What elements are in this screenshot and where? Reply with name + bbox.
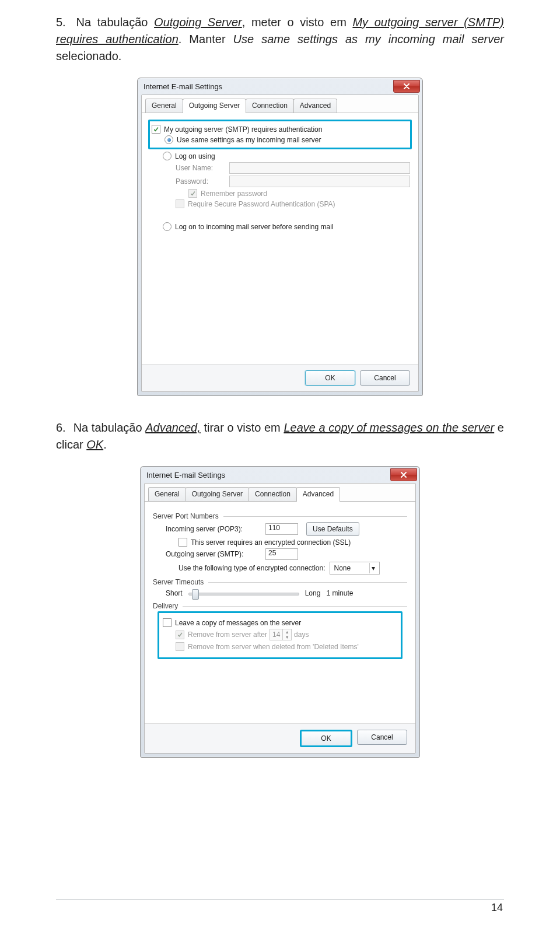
label-spa: Require Secure Password Authentication (… bbox=[188, 200, 335, 208]
input-pop3-port[interactable]: 110 bbox=[265, 523, 298, 535]
chevron-down-icon: ▾ bbox=[369, 563, 377, 573]
radio-log-on-using[interactable] bbox=[163, 152, 172, 160]
highlight-box-delivery: Leave a copy of messages on the server R… bbox=[158, 611, 402, 659]
tab-general[interactable]: General bbox=[148, 487, 186, 501]
group-server-ports: Server Port Numbers bbox=[153, 512, 407, 520]
close-button[interactable] bbox=[390, 468, 417, 481]
cancel-button[interactable]: Cancel bbox=[360, 370, 410, 386]
titlebar: Internet E-mail Settings bbox=[141, 467, 419, 483]
dialog-title: Internet E-mail Settings bbox=[144, 82, 222, 91]
input-smtp-port[interactable]: 25 bbox=[265, 548, 298, 560]
label-ssl: This server requires an encrypted connec… bbox=[191, 538, 351, 547]
label-days: days bbox=[294, 631, 309, 639]
tab-connection[interactable]: Connection bbox=[246, 99, 294, 113]
checkbox-smtp-auth[interactable] bbox=[152, 125, 160, 134]
use-defaults-button[interactable]: Use Defaults bbox=[306, 522, 359, 536]
select-encryption[interactable]: None ▾ bbox=[330, 562, 380, 575]
group-delivery: Delivery bbox=[153, 602, 407, 610]
label-pop3: Incoming server (POP3): bbox=[166, 525, 262, 533]
label-long: Long bbox=[305, 589, 321, 597]
label-password: Password: bbox=[176, 177, 229, 185]
tab-outgoing-server[interactable]: Outgoing Server bbox=[183, 99, 246, 113]
label-smtp-auth: My outgoing server (SMTP) requires authe… bbox=[164, 125, 322, 134]
step5-text: 5. Na tabulação Outgoing Server, meter o… bbox=[56, 14, 504, 65]
label-encryption: Use the following type of encrypted conn… bbox=[178, 564, 325, 572]
spinner-down-icon: ▼ bbox=[283, 635, 291, 640]
label-remember-password: Remember password bbox=[201, 190, 267, 198]
group-server-timeouts: Server Timeouts bbox=[153, 578, 407, 586]
ok-button[interactable]: OK bbox=[300, 730, 352, 747]
dialog-outgoing-server: Internet E-mail Settings General Outgoin… bbox=[137, 78, 423, 396]
step6-text: 6. Na tabulação Advanced, tirar o visto … bbox=[56, 419, 504, 453]
checkbox-remove-deleted[interactable] bbox=[176, 642, 184, 651]
tab-general[interactable]: General bbox=[145, 99, 183, 113]
input-password[interactable] bbox=[229, 176, 410, 187]
dialog-title: Internet E-mail Settings bbox=[146, 471, 225, 479]
label-short: Short bbox=[166, 589, 183, 597]
label-remove-deleted: Remove from server when deleted from 'De… bbox=[188, 643, 359, 651]
titlebar: Internet E-mail Settings bbox=[138, 78, 422, 94]
tab-strip: General Outgoing Server Connection Advan… bbox=[145, 484, 415, 502]
label-user-name: User Name: bbox=[176, 164, 229, 172]
highlight-box: My outgoing server (SMTP) requires authe… bbox=[148, 120, 412, 149]
checkbox-ssl[interactable] bbox=[178, 538, 187, 547]
page-number: 14 bbox=[56, 902, 504, 914]
ok-button[interactable]: OK bbox=[305, 370, 355, 386]
close-icon bbox=[400, 472, 407, 478]
checkbox-remove-after[interactable] bbox=[176, 631, 184, 639]
cancel-button[interactable]: Cancel bbox=[357, 730, 407, 745]
tab-strip: General Outgoing Server Connection Advan… bbox=[142, 95, 418, 113]
spinner-days[interactable]: 14 ▲▼ bbox=[270, 629, 292, 640]
radio-same-settings[interactable] bbox=[164, 135, 173, 144]
radio-log-on-before[interactable] bbox=[163, 222, 172, 231]
dialog-advanced: Internet E-mail Settings General Outgoin… bbox=[140, 466, 420, 758]
checkbox-remember-password[interactable] bbox=[188, 189, 197, 198]
tab-outgoing-server[interactable]: Outgoing Server bbox=[186, 487, 249, 501]
input-user-name[interactable] bbox=[229, 162, 410, 174]
close-button[interactable] bbox=[393, 80, 420, 93]
label-log-on-before: Log on to incoming mail server before se… bbox=[175, 223, 333, 231]
tab-advanced[interactable]: Advanced bbox=[296, 487, 340, 502]
spinner-up-icon: ▲ bbox=[283, 629, 291, 635]
tab-connection[interactable]: Connection bbox=[249, 487, 297, 501]
checkbox-spa[interactable] bbox=[176, 199, 184, 208]
label-log-on-using: Log on using bbox=[175, 152, 215, 160]
tab-advanced[interactable]: Advanced bbox=[293, 99, 337, 113]
close-icon bbox=[403, 83, 410, 89]
label-same-settings: Use same settings as my incoming mail se… bbox=[177, 136, 321, 144]
checkbox-leave-copy[interactable] bbox=[163, 618, 172, 627]
footer-divider bbox=[56, 899, 504, 899]
label-remove-after: Remove from server after bbox=[188, 631, 267, 639]
timeout-slider[interactable] bbox=[188, 588, 299, 598]
label-leave-copy: Leave a copy of messages on the server bbox=[175, 619, 301, 627]
label-smtp: Outgoing server (SMTP): bbox=[166, 550, 262, 558]
label-timeout-value: 1 minute bbox=[326, 589, 353, 597]
